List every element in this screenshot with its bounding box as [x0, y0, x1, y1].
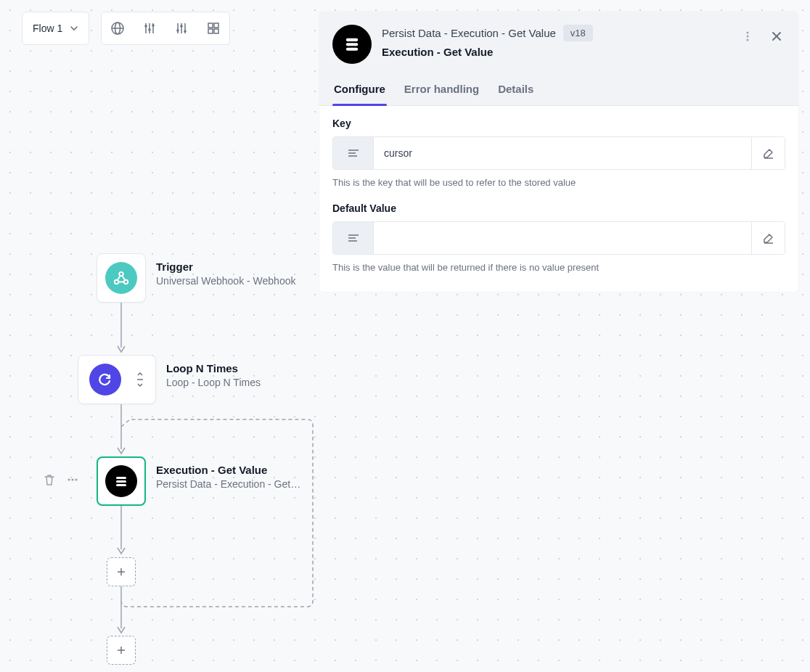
- svg-rect-39: [346, 48, 358, 51]
- node-execution-text: Execution - Get Value Persist Data - Exe…: [156, 456, 301, 490]
- version-badge: v18: [563, 25, 593, 41]
- key-input[interactable]: [374, 137, 751, 169]
- loop-icon: [89, 364, 121, 396]
- svg-point-25: [68, 478, 70, 480]
- node-loop-text: Loop N Times Loop - Loop N Times: [166, 355, 261, 388]
- svg-rect-29: [116, 480, 126, 483]
- panel-titles: Persist Data - Execution - Get Value v18…: [382, 25, 762, 58]
- close-icon: [770, 30, 783, 43]
- field-default-label: Default Value: [332, 202, 785, 214]
- lines-icon: [347, 234, 360, 242]
- node-trigger[interactable]: Trigger Universal Webhook - Webhook: [97, 253, 295, 303]
- connector-arrow: [115, 586, 127, 637]
- svg-point-40: [747, 32, 749, 34]
- node-execution-title: Execution - Get Value: [156, 464, 301, 476]
- text-prefix-icon[interactable]: [333, 137, 374, 169]
- node-execution-box[interactable]: [97, 456, 146, 506]
- grid-icon: [206, 21, 221, 36]
- svg-rect-18: [214, 29, 218, 33]
- svg-point-41: [747, 36, 749, 38]
- panel-tabs: Configure Error handling Details: [319, 75, 798, 106]
- edit-button[interactable]: [751, 222, 785, 254]
- svg-point-6: [144, 25, 147, 28]
- svg-rect-28: [116, 477, 126, 479]
- panel-actions: [736, 25, 788, 48]
- globe-icon: [110, 21, 125, 36]
- close-button[interactable]: [765, 25, 788, 48]
- svg-point-27: [75, 478, 77, 480]
- node-loop[interactable]: Loop N Times Loop - Loop N Times: [78, 355, 261, 404]
- plus-icon: [115, 644, 127, 656]
- field-key-input-row: [332, 136, 785, 170]
- node-trigger-text: Trigger Universal Webhook - Webhook: [156, 253, 295, 287]
- node-trigger-sub: Universal Webhook - Webhook: [156, 275, 295, 287]
- connector-arrow: [115, 506, 127, 558]
- chevron-down-icon: [70, 24, 78, 33]
- tab-configure[interactable]: Configure: [332, 75, 387, 105]
- svg-point-13: [180, 25, 183, 28]
- node-loop-title: Loop N Times: [166, 362, 261, 374]
- field-key-help: This is the key that will be used to ref…: [332, 177, 785, 188]
- grid-button[interactable]: [197, 12, 229, 44]
- svg-rect-30: [116, 484, 126, 486]
- svg-rect-17: [208, 29, 213, 33]
- pencil-icon: [762, 147, 775, 160]
- node-loop-sub: Loop - Loop N Times: [166, 377, 261, 388]
- add-node-button[interactable]: [107, 636, 136, 665]
- sliders-alt-icon: [174, 21, 189, 36]
- text-prefix-icon[interactable]: [333, 222, 374, 254]
- loop-container-border: [121, 418, 316, 610]
- node-execution-sub: Persist Data - Execution - Get …: [156, 478, 301, 490]
- field-default: Default Value This is the value that wil…: [332, 202, 785, 273]
- webhook-icon: [105, 262, 137, 294]
- sliders-icon: [142, 21, 157, 36]
- svg-rect-38: [346, 43, 358, 46]
- sliders-alt-button[interactable]: [165, 12, 197, 44]
- edit-button[interactable]: [751, 137, 785, 169]
- more-button[interactable]: [736, 25, 759, 48]
- sliders-button[interactable]: [134, 12, 165, 44]
- top-controls: Flow 1: [22, 12, 230, 45]
- svg-point-7: [148, 28, 151, 31]
- svg-point-42: [747, 39, 749, 41]
- flow-selector-label: Flow 1: [33, 22, 62, 34]
- field-key: Key This is the key that will be used to…: [332, 118, 785, 188]
- svg-point-26: [71, 478, 73, 480]
- svg-rect-15: [208, 23, 213, 28]
- svg-point-8: [152, 24, 155, 27]
- config-panel: Persist Data - Execution - Get Value v18…: [319, 12, 798, 292]
- node-loop-box[interactable]: [78, 355, 156, 404]
- panel-header: Persist Data - Execution - Get Value v18…: [319, 12, 798, 64]
- panel-body: Key This is the key that will be used to…: [319, 106, 798, 292]
- trash-icon[interactable]: [42, 472, 57, 487]
- svg-point-12: [176, 29, 179, 32]
- more-icon[interactable]: [65, 472, 80, 487]
- panel-type: Persist Data - Execution - Get Value: [382, 27, 556, 39]
- tab-details[interactable]: Details: [496, 75, 535, 105]
- add-node-button[interactable]: [107, 557, 136, 586]
- node-trigger-title: Trigger: [156, 261, 295, 273]
- field-default-input-row: [332, 221, 785, 255]
- node-execution[interactable]: Execution - Get Value Persist Data - Exe…: [97, 456, 301, 506]
- panel-name: Execution - Get Value: [382, 46, 762, 58]
- globe-button[interactable]: [102, 12, 134, 44]
- toolbar-icons: [101, 12, 230, 45]
- pencil-icon: [762, 231, 775, 245]
- flow-selector[interactable]: Flow 1: [22, 12, 89, 45]
- svg-rect-37: [346, 38, 358, 41]
- database-icon: [332, 25, 372, 64]
- connector-arrow: [115, 303, 127, 356]
- plus-icon: [115, 566, 127, 578]
- more-vertical-icon: [741, 30, 754, 43]
- tab-error-handling[interactable]: Error handling: [403, 75, 480, 105]
- field-key-label: Key: [332, 118, 785, 129]
- node-actions: [42, 472, 80, 487]
- collapse-icon: [135, 372, 145, 388]
- svg-rect-16: [214, 23, 218, 28]
- svg-point-14: [184, 30, 187, 33]
- field-default-help: This is the value that will be returned …: [332, 262, 785, 273]
- node-trigger-box[interactable]: [97, 253, 146, 303]
- lines-icon: [347, 149, 360, 157]
- database-icon: [105, 465, 137, 497]
- default-input[interactable]: [374, 222, 751, 254]
